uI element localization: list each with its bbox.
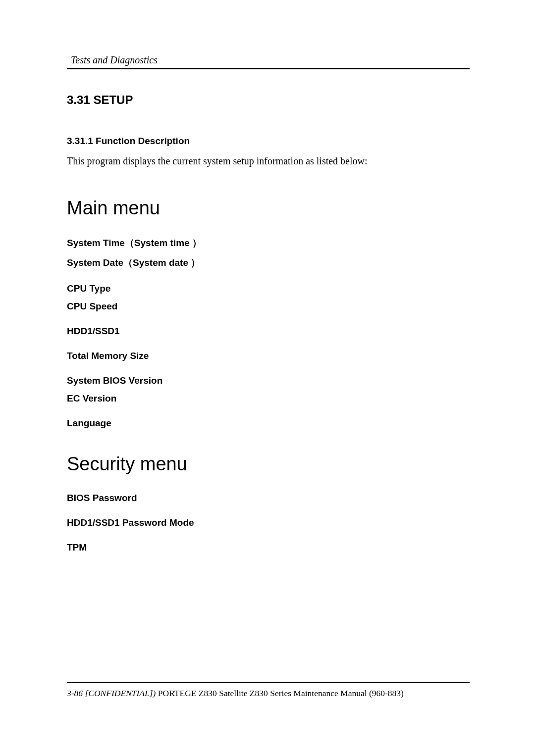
header-title: Tests and Diagnostics — [67, 54, 470, 66]
security-menu-item-tpm: TPM — [67, 542, 470, 553]
section-heading: 3.31 SETUP — [67, 93, 470, 107]
main-menu-item-system-time: System Time（System time ） — [67, 237, 470, 250]
main-menu-item-cpu-type: CPU Type — [67, 283, 470, 294]
main-menu-item-ec-version: EC Version — [67, 393, 470, 404]
main-menu-item-system-date: System Date（System date ） — [67, 256, 470, 269]
page-footer: 3-86 [CONFIDENTIAL]) PORTEGE Z830 Satell… — [67, 682, 470, 699]
footer-page-label: 3-86 [CONFIDENTIAL]) — [67, 688, 156, 698]
security-menu-item-hdd-password-mode: HDD1/SSD1 Password Mode — [67, 517, 470, 528]
main-menu-item-cpu-speed: CPU Speed — [67, 301, 470, 312]
subsection-heading: 3.31.1 Function Description — [67, 136, 470, 147]
main-menu-item-total-memory: Total Memory Size — [67, 351, 470, 361]
page-header: Tests and Diagnostics — [67, 54, 470, 69]
footer-manual-title: PORTEGE Z830 Satellite Z830 Series Maint… — [156, 688, 404, 698]
main-menu-heading: Main menu — [67, 198, 470, 219]
security-menu-item-bios-password: BIOS Password — [67, 493, 470, 504]
security-menu-heading: Security menu — [67, 454, 470, 475]
main-menu-item-hdd-ssd: HDD1/SSD1 — [67, 326, 470, 337]
document-page: Tests and Diagnostics 3.31 SETUP 3.31.1 … — [0, 0, 535, 553]
intro-paragraph: This program displays the current system… — [67, 155, 470, 167]
footer-text: 3-86 [CONFIDENTIAL]) PORTEGE Z830 Satell… — [67, 688, 470, 699]
footer-rule — [67, 682, 470, 683]
main-menu-item-bios-version: System BIOS Version — [67, 375, 470, 386]
main-menu-item-language: Language — [67, 418, 470, 429]
